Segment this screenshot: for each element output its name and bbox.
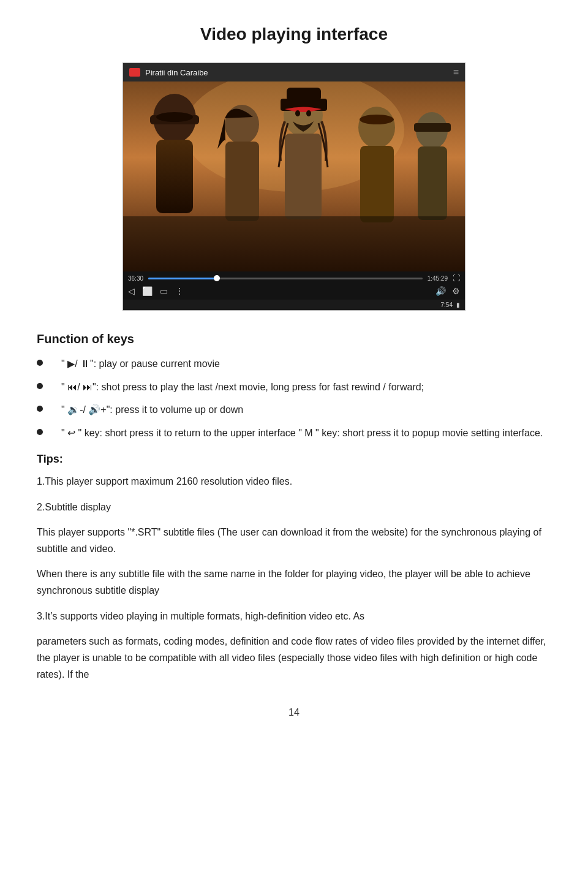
svg-point-5 [156,112,193,122]
svg-rect-3 [156,140,193,213]
scene-svg [123,81,465,271]
controls-right: 🔊 ⚙ [435,286,460,296]
video-title: Piratii din Caraibe [145,68,208,77]
tip3-body: parameters such as formats, coding modes… [37,633,551,683]
status-bar: 7:54 ▮ [123,300,465,310]
bullet-dot-3 [37,406,43,412]
fullscreen-icon[interactable]: ⛶ [453,274,460,282]
function-of-keys-section: Function of keys " ▶/ ⏸": play or pause … [37,332,551,441]
battery-icon: ▮ [456,301,460,308]
svg-point-16 [360,115,394,124]
bullet-dot-1 [37,360,43,366]
bullet-content-3: " 🔉-/ 🔊+": press it to volume up or down [61,402,551,418]
progress-thumb [214,275,220,281]
tip2-body: This player supports "*.SRT" subtitle fi… [37,524,551,557]
function-of-keys-title: Function of keys [37,332,551,346]
tip2-extra: When there is any subtitle file with the… [37,566,551,599]
svg-point-14 [358,107,395,148]
video-controls: 36:30 1:45:29 ⛶ ◁ ⬜ ▭ ⋮ [123,271,465,300]
controls-row: ◁ ⬜ ▭ ⋮ 🔊 ⚙ [128,285,460,297]
bullet-dot-4 [37,429,43,435]
bullet-back-m: " ↩ " key: short press it to return to t… [37,425,551,441]
video-screenshot-wrapper: Piratii din Caraibe ≡ [37,63,551,311]
bullet-content-4: " ↩ " key: short press it to return to t… [61,425,551,441]
settings-icon[interactable]: ⚙ [452,286,460,296]
video-topbar: Piratii din Caraibe ≡ [123,63,465,81]
video-main-area [123,81,465,271]
bullet-volume: " 🔉-/ 🔊+": press it to volume up or down [37,402,551,418]
volume-icon[interactable]: 🔊 [435,286,446,296]
video-screenshot: Piratii din Caraibe ≡ [123,63,466,311]
bullet-content-1: " ▶/ ⏸": play or pause current movie [61,356,551,372]
tip2-title: 2.Subtitle display [37,499,551,515]
time-current: 36:30 [128,275,143,282]
back-nav-icon[interactable]: ◁ [128,286,135,296]
svg-rect-20 [123,216,465,271]
home-icon[interactable]: ⬜ [142,286,153,296]
controls-left: ◁ ⬜ ▭ ⋮ [128,286,184,296]
status-time: 7:54 [441,301,453,308]
recent-icon[interactable]: ▭ [160,286,168,296]
progress-fill [148,278,217,279]
bullet-prev-next: " ⏮/ ⏭": shot press to play the last /ne… [37,379,551,395]
page-number: 14 [37,707,551,718]
video-topbar-left: Piratii din Caraibe [129,68,208,77]
svg-rect-7 [225,142,259,221]
progress-track[interactable] [148,278,423,279]
tip1: 1.This player support maximum 2160 resol… [37,473,551,490]
svg-rect-15 [360,146,394,222]
bullet-play-pause: " ▶/ ⏸": play or pause current movie [37,356,551,372]
svg-rect-11 [287,88,321,101]
svg-point-13 [306,110,311,116]
page-container: Video playing interface Piratii din Cara… [0,0,588,755]
svg-point-12 [295,110,300,116]
tip3-title: 3.It’s supports video playing in multipl… [37,608,551,624]
pirates-scene [123,81,465,271]
video-menu-icon[interactable]: ≡ [453,67,459,78]
tips-label: Tips: [37,453,551,466]
bullet-content-2: " ⏮/ ⏭": shot press to play the last /ne… [61,379,551,395]
video-app-icon [129,68,140,77]
svg-rect-18 [418,146,447,220]
time-total: 1:45:29 [428,275,448,282]
tips-section: Tips: 1.This player support maximum 2160… [37,453,551,683]
svg-rect-19 [414,123,451,132]
svg-rect-9 [285,134,322,219]
bullet-dot-2 [37,383,43,389]
page-title: Video playing interface [37,25,551,44]
progress-bar-row: 36:30 1:45:29 ⛶ [128,274,460,282]
menu-dots-icon[interactable]: ⋮ [175,286,184,296]
function-bullet-list: " ▶/ ⏸": play or pause current movie " ⏮… [37,356,551,441]
